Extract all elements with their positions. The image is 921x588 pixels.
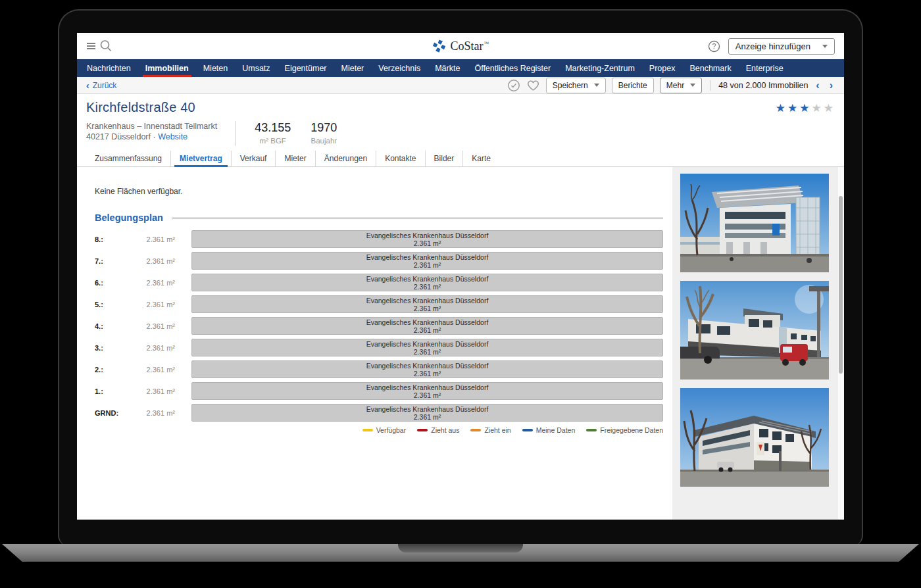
main-navigation: Nachrichten Immobilien Mieten Umsatz Eig… [77,59,844,77]
check-circle-icon[interactable] [507,79,520,92]
nav-item[interactable]: Propex [642,59,683,77]
nav-item[interactable]: Öffentliches Register [467,59,558,77]
tab[interactable]: Karte [463,151,499,166]
floor-label: 5.: [95,301,132,308]
tenant-bar[interactable]: Evangelisches Krankenhaus Düsseldorf 2.3… [191,382,663,400]
laptop-bezel: CoStar™ ? Anzeige hinzufügen Nachrichten… [58,9,863,546]
nav-item[interactable]: Mieter [334,59,372,77]
tenant-area: 2.361 m² [192,283,662,291]
floor-area: 2.361 m² [132,301,175,308]
website-link[interactable]: Website [158,132,187,141]
divider [172,218,663,218]
more-label: Mehr [666,81,684,90]
search-icon[interactable] [99,39,113,53]
nav-item[interactable]: Benchmark [682,59,738,77]
tenant-area: 2.361 m² [192,391,662,399]
nav-item[interactable]: Mieten [196,59,236,77]
prev-property-arrow[interactable]: ‹ [814,80,821,91]
more-button[interactable]: Mehr [660,78,702,93]
property-title: Kirchfeldstraße 40 [86,100,337,115]
hamburger-menu-icon[interactable] [86,41,97,51]
laptop-base [2,544,919,562]
trademark: ™ [484,41,489,47]
nav-item[interactable]: Verzeichnis [371,59,428,77]
save-label: Speichern [553,81,588,90]
floor-label: 4.: [95,322,132,330]
tab[interactable]: Änderungen [316,151,376,166]
laptop-base-notch [398,544,523,552]
tab[interactable]: Zusammenfassung [86,151,171,166]
save-button[interactable]: Speichern [546,78,606,93]
tenant-bar[interactable]: Evangelisches Krankenhaus Düsseldorf 2.3… [191,339,663,356]
tenant-bar[interactable]: Evangelisches Krankenhaus Düsseldorf 2.3… [191,404,663,422]
property-photo-3[interactable] [680,388,829,487]
legend-item: Zieht aus [417,426,459,434]
star-icon: ★ [824,102,834,114]
nav-item[interactable]: Nachrichten [80,59,138,77]
logo-text: CoStar™ [451,39,489,53]
nav-item[interactable]: Märkte [428,59,467,77]
tenant-bar[interactable]: Evangelisches Krankenhaus Düsseldorf 2.3… [191,252,663,270]
legend-swatch [586,429,597,431]
floor-row: 3.: 2.361 m² Evangelisches Krankenhaus D… [95,339,663,356]
property-address: 40217 Düsseldorf [86,132,151,141]
costar-pinwheel-icon [432,39,447,53]
favorite-heart-icon[interactable] [526,79,540,91]
legend-swatch [417,429,428,431]
reports-label: Berichte [618,81,647,90]
legend-swatch [470,429,481,431]
tab[interactable]: Verkauf [232,151,276,166]
next-property-arrow[interactable]: › [828,80,835,91]
costar-logo[interactable]: CoStar™ [432,39,489,53]
divider [236,121,236,146]
add-listing-button[interactable]: Anzeige hinzufügen [728,38,835,55]
star-icon: ★ [812,102,822,114]
legend-label: Freigegebene Daten [600,426,663,434]
legend-item: Verfügbar [362,426,407,434]
tab[interactable]: Kontakte [376,151,425,166]
tenant-bar[interactable]: Evangelisches Krankenhaus Düsseldorf 2.3… [191,274,663,291]
tenant-name: Evangelisches Krankenhaus Düsseldorf [192,253,662,261]
tab[interactable]: Bilder [426,151,464,166]
nav-item[interactable]: Marketing-Zentrum [558,59,642,77]
tab[interactable]: Mietvertrag [171,151,232,166]
property-subtitle: Krankenhaus – Innenstadt Teilmarkt 40217… [86,121,217,142]
screen: CoStar™ ? Anzeige hinzufügen Nachrichten… [77,33,844,520]
tenant-bar[interactable]: Evangelisches Krankenhaus Düsseldorf 2.3… [191,230,663,248]
tenant-bar[interactable]: Evangelisches Krankenhaus Düsseldorf 2.3… [191,317,663,335]
tenant-name: Evangelisches Krankenhaus Düsseldorf [192,383,662,391]
floor-area: 2.361 m² [132,387,175,395]
legend-swatch [362,429,373,431]
tenant-bar[interactable]: Evangelisches Krankenhaus Düsseldorf 2.3… [191,360,663,378]
tenant-area: 2.361 m² [192,370,662,378]
floor-area: 2.361 m² [132,409,175,417]
scrollbar-thumb[interactable] [839,196,843,374]
property-photo-1[interactable] [680,174,829,272]
star-icon: ★ [787,102,797,114]
nav-item[interactable]: Enterprise [739,59,791,77]
reports-button[interactable]: Berichte [612,78,654,93]
floor-row: 1.: 2.361 m² Evangelisches Krankenhaus D… [95,382,663,400]
help-icon[interactable]: ? [708,40,720,53]
property-photo-2[interactable] [680,281,829,380]
stat-value: 43.155 [255,121,291,135]
photo-sidebar [672,167,837,520]
nav-item[interactable]: Eigentümer [278,59,334,77]
svg-text:?: ? [712,42,716,50]
nav-item[interactable]: Immobilien [138,59,196,77]
floor-area: 2.361 m² [132,366,175,374]
dot-separator: · [153,132,155,141]
nav-item[interactable]: Umsatz [235,59,277,77]
add-listing-label: Anzeige hinzufügen [735,41,810,51]
floor-label: 8.: [95,235,132,243]
section-title: Belegungsplan [95,212,163,223]
back-label: Zurück [93,81,117,90]
tab[interactable]: Mieter [276,151,315,166]
tenant-area: 2.361 m² [192,261,662,269]
tenant-name: Evangelisches Krankenhaus Düsseldorf [192,318,662,326]
chevron-left-icon: ‹ [86,81,89,90]
legend-swatch [522,429,533,431]
back-link[interactable]: ‹ Zurück [86,81,116,90]
tenant-bar[interactable]: Evangelisches Krankenhaus Düsseldorf 2.3… [191,295,663,313]
legend-label: Zieht aus [431,426,459,434]
